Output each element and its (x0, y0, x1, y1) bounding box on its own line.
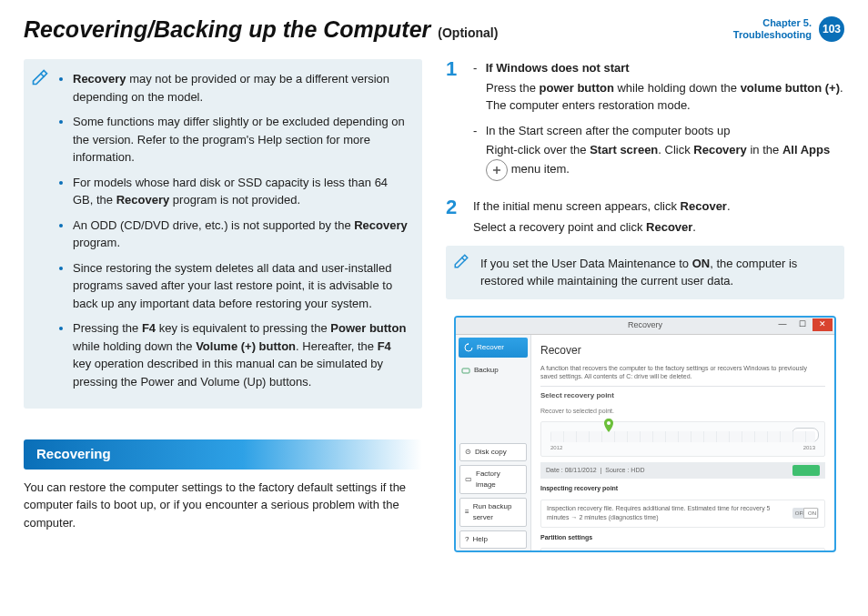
inspect-row: Inspection recovery file. Requires addit… (540, 500, 825, 528)
note-box: Recovery may not be provided or may be a… (24, 59, 422, 409)
minimize-button[interactable]: — (772, 318, 792, 331)
step1-b-body-pre: Right-click over the Start screen. Click… (486, 143, 830, 157)
note-icon (453, 253, 469, 269)
page-header: Recovering/Backing up the Computer (Opti… (24, 16, 844, 43)
app-sidebar: Recover Backup ⊙ Disk copy ▭ (456, 335, 531, 550)
info-source-label: Source : (605, 467, 629, 473)
sidebar-label: Factory image (476, 469, 521, 490)
sidebar-label: Run backup server (473, 501, 521, 523)
tip-box: If you set the User Data Maintenance to … (446, 246, 844, 299)
partition-row: When the partition is set, all the data … (540, 548, 825, 550)
window-controls: — ☐ ✕ (772, 318, 833, 331)
info-source-value: HDD (631, 467, 644, 473)
info-date-value: 08/11/2012 (565, 467, 597, 473)
content-columns: Recovery may not be provided or may be a… (24, 59, 844, 552)
note-item: Recovery may not be provided or may be a… (73, 70, 409, 106)
image-icon: ▭ (465, 474, 472, 485)
maximize-button[interactable]: ☐ (792, 318, 812, 331)
sidebar-label: Help (472, 534, 487, 545)
recovery-timeline[interactable]: 2012 2013 (540, 421, 825, 457)
page-title: Recovering/Backing up the Computer (24, 16, 430, 43)
step1-a-title: If Windows does not start (486, 61, 630, 75)
title-group: Recovering/Backing up the Computer (Opti… (24, 16, 498, 43)
select-recovery-point-title: Select recovery point (540, 386, 825, 401)
step-number: 1 (446, 59, 462, 188)
note-item: Some functions may differ slightly or be… (73, 113, 409, 167)
step-body: If the initial menu screen appears, clic… (473, 197, 844, 237)
server-icon: ≡ (465, 507, 469, 518)
step1-b-title: In the Start screen after the computer b… (486, 124, 731, 137)
sidebar-label: Recover (477, 342, 504, 353)
chapter-line2: Troubleshooting (733, 29, 812, 41)
recovery-info-bar: Date : 08/11/2012 | Source : HDD (540, 462, 825, 479)
all-apps-icon (486, 159, 508, 181)
sidebar-run-backup-button[interactable]: ≡ Run backup server (459, 498, 527, 527)
step1-b-body-post: menu item. (511, 162, 570, 176)
note-item: For models whose hard disk or SSD capaci… (73, 174, 409, 209)
chapter-line1: Chapter 5. (733, 17, 812, 29)
sidebar-item-backup[interactable]: Backup (456, 360, 530, 380)
step-body: - If Windows does not start Press the po… (473, 59, 844, 188)
select-recovery-point-sub: Recover to selected point. (540, 407, 825, 417)
manual-page: Recovering/Backing up the Computer (Opti… (0, 0, 868, 616)
page-number-badge: 103 (819, 16, 844, 42)
step1-b-body: Right-click over the Start screen. Click… (473, 141, 844, 181)
timeline-bar[interactable] (550, 431, 815, 442)
step-2: 2 If the initial menu screen appears, cl… (446, 197, 844, 237)
svg-rect-0 (462, 369, 469, 373)
info-left: Date : 08/11/2012 | Source : HDD (546, 466, 645, 476)
timeline-labels: 2012 2013 (550, 444, 815, 452)
page-subtitle: (Optional) (438, 25, 498, 40)
note-item: An ODD (CD/DVD drive, etc.) is not suppo… (73, 217, 409, 252)
chapter-group: Chapter 5. Troubleshooting 103 (733, 16, 844, 42)
app-main: Recover A function that recovers the com… (531, 335, 834, 550)
help-icon: ? (465, 534, 469, 545)
note-list: Recovery may not be provided or may be a… (60, 70, 409, 390)
sidebar-label: Backup (474, 365, 499, 376)
step1-a-body: Press the power button while holding dow… (473, 79, 844, 115)
step1-case-a: - If Windows does not start Press the po… (473, 59, 844, 115)
timeline-pin-icon (603, 419, 614, 435)
app-heading: Recover (540, 342, 825, 358)
step1-case-b: - In the Start screen after the computer… (473, 122, 844, 181)
sidebar-factory-image-button[interactable]: ▭ Factory image (459, 465, 527, 494)
chapter-label: Chapter 5. Troubleshooting (733, 17, 812, 41)
info-action-button[interactable] (792, 465, 820, 476)
app-description: A function that recovers the computer to… (540, 364, 825, 380)
toggle-on-label: ON (808, 510, 816, 518)
sidebar-help-button[interactable]: ? Help (459, 530, 527, 549)
timeline-year-right: 2013 (803, 444, 815, 452)
tip-text: If you set the User Data Maintenance to … (480, 257, 797, 288)
close-button[interactable]: ✕ (812, 318, 833, 331)
inspect-body: Inspection recovery file. Requires addit… (547, 504, 792, 523)
inspect-title: Inspecting recovery point (540, 484, 825, 494)
right-column: 1 - If Windows does not start Press the … (446, 59, 844, 552)
section-heading: Recovering (24, 439, 422, 470)
app-body: Recover Backup ⊙ Disk copy ▭ (456, 335, 834, 550)
step-1: 1 - If Windows does not start Press the … (446, 59, 844, 188)
section-body: You can restore the computer settings to… (24, 479, 422, 532)
disk-icon: ⊙ (465, 447, 471, 458)
inspect-toggle[interactable]: OFF ON (792, 508, 819, 519)
note-icon (31, 68, 49, 86)
note-item: Pressing the F4 key is equivalent to pre… (73, 319, 409, 390)
left-column: Recovery may not be provided or may be a… (24, 59, 422, 552)
step2-line1: If the initial menu screen appears, clic… (473, 197, 844, 216)
partition-title: Partition settings (540, 533, 825, 543)
sidebar-label: Disk copy (475, 447, 507, 458)
step2-line2: Select a recovery point and click Recove… (473, 218, 844, 237)
step-number: 2 (446, 197, 462, 237)
recovery-app-screenshot: Recovery — ☐ ✕ Recover (454, 316, 836, 552)
svg-point-1 (607, 421, 611, 425)
timeline-year-left: 2012 (550, 444, 562, 452)
sidebar-item-recover[interactable]: Recover (459, 338, 528, 358)
note-item: Since restoring the system deletes all d… (73, 259, 409, 313)
info-date-label: Date : (546, 467, 563, 473)
sidebar-disk-copy-button[interactable]: ⊙ Disk copy (459, 443, 527, 461)
app-titlebar: Recovery — ☐ ✕ (456, 318, 834, 335)
